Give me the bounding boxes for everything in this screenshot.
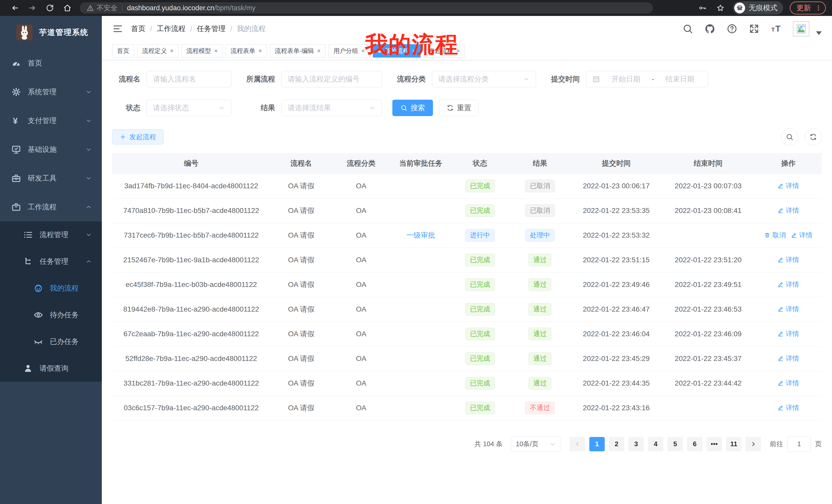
page-button-4[interactable]: 4 [648,437,663,451]
detail-link[interactable]: 详情 [778,379,799,388]
tab-首页[interactable]: 首页 [112,44,134,58]
sidebar-item-label: 流程管理 [40,230,69,240]
font-size-icon[interactable]: TT [771,23,782,34]
result-badge: 已取消 [525,179,555,192]
home-icon[interactable] [59,1,76,15]
refresh-table-button[interactable] [805,129,822,145]
cell-current-task [390,198,451,223]
update-button[interactable]: 更新 [790,2,826,15]
page-button-6[interactable]: 6 [687,437,702,451]
cancel-link[interactable]: 取消 [764,231,786,240]
search-icon[interactable] [682,23,693,34]
cell-result: 通过 [509,371,571,396]
table-row: 331bc281-7b9a-11ec-a290-acde48001122OA 请… [112,371,822,396]
current-task-link[interactable]: 一级审批 [407,231,435,239]
status-select[interactable]: 请选择状态 [147,100,231,116]
fullscreen-icon[interactable] [749,23,759,34]
kebab-menu-icon[interactable] [815,4,822,12]
github-icon[interactable] [704,23,715,34]
breadcrumb-item[interactable]: 首页 [131,24,146,34]
close-icon[interactable]: × [170,48,174,54]
close-icon[interactable]: × [258,48,262,54]
address-bar[interactable]: 不安全 dashboard.yudao.iocoder.cn/bpm/task/… [80,2,653,13]
browser-toolbar: 不安全 dashboard.yudao.iocoder.cn/bpm/task/… [0,0,832,16]
close-icon[interactable]: × [214,48,218,54]
create-process-button[interactable]: 发起流程 [112,130,163,144]
cell-end-time: 2022-01-22 23:44:42 [661,371,755,396]
breadcrumb-item[interactable]: 任务管理 [197,24,226,34]
tab-流程定义[interactable]: 流程定义× [137,44,178,58]
action-label: 详情 [786,354,799,363]
detail-link[interactable]: 详情 [778,305,799,314]
cell-submit-time: 2022-01-22 23:51:15 [571,248,661,272]
page-button-2[interactable]: 2 [609,437,624,451]
cell-status: 已完成 [451,396,509,420]
trash-icon [764,232,770,238]
page-button-3[interactable]: 3 [628,437,644,451]
sidebar-item-支付管理[interactable]: ¥支付管理 [0,106,102,135]
forward-icon[interactable] [24,1,41,15]
search-button[interactable]: 搜索 [392,100,433,116]
category-select[interactable]: 请选择流程分类 [432,71,536,87]
status-badge: 已完成 [465,352,495,365]
detail-link[interactable]: 详情 [778,403,799,412]
sidebar-item-待办任务[interactable]: 待办任务 [0,302,102,328]
reset-button[interactable]: 重置 [439,100,479,116]
page-button-5[interactable]: 5 [668,437,683,451]
pen-icon [778,380,784,386]
detail-link[interactable]: 详情 [778,255,799,264]
sidebar-toggle-icon[interactable] [112,23,123,34]
sidebar-item-基础设施[interactable]: 基础设施 [0,135,102,164]
sidebar-item-首页[interactable]: 首页 [0,49,102,78]
next-page-button[interactable] [746,437,761,451]
breadcrumb-item[interactable]: 工作流程 [157,24,186,34]
prev-page-button[interactable] [570,437,585,451]
tab-流程表单-编辑[interactable]: 流程表单-编辑× [270,44,326,58]
sidebar-item-研发工具[interactable]: 研发工具 [0,164,102,193]
pager-ellipsis[interactable]: ••• [706,437,722,451]
cell-status: 已完成 [451,371,509,396]
detail-link[interactable]: 详情 [791,231,812,240]
close-icon[interactable]: × [361,48,365,54]
sidebar-item-系统管理[interactable]: 系统管理 [0,78,102,106]
tab-label: 流程表单-编辑 [275,47,314,55]
cell-actions: 详情 [755,297,822,321]
avatar[interactable] [793,21,809,36]
reload-icon[interactable] [41,1,59,15]
sidebar-item-任务管理[interactable]: 任务管理 [0,248,102,275]
close-icon[interactable]: × [317,48,321,54]
page-button-1[interactable]: 1 [589,437,605,451]
cell-current-task [390,321,451,346]
key-icon[interactable] [697,2,708,13]
help-icon[interactable] [727,23,737,34]
star-icon[interactable] [715,2,726,13]
detail-link[interactable]: 详情 [778,329,799,338]
pager: 123456•••11 [570,437,761,451]
sidebar-item-流程管理[interactable]: 流程管理 [0,221,102,248]
sidebar-item-工作流程[interactable]: 工作流程 [0,193,102,221]
result-select[interactable]: 请选择流结果 [281,100,382,116]
logo[interactable]: 芋道管理系统 [0,16,102,49]
goto-page-suffix: 页 [815,440,822,449]
process-def-input[interactable] [281,71,382,87]
tab-流程模型[interactable]: 流程模型× [182,44,223,58]
goto-page-input[interactable] [787,437,811,452]
tab-用户分组[interactable]: 用户分组× [329,44,370,58]
submit-time-range-picker[interactable]: 开始日期 - 结束日期 [586,71,708,87]
page-size-select[interactable]: 10条/页 [511,437,561,452]
table-row: 67c2eaab-7b9a-11ec-a290-acde48001122OA 请… [112,321,822,346]
page-button-11[interactable]: 11 [726,437,742,451]
sidebar-item-请假查询[interactable]: 请假查询 [0,355,102,382]
show-search-button[interactable] [781,129,798,145]
detail-link[interactable]: 详情 [778,206,799,215]
tab-流程表单[interactable]: 流程表单× [226,44,267,58]
process-name-input[interactable] [147,71,231,87]
detail-link[interactable]: 详情 [778,354,799,363]
detail-link[interactable]: 详情 [778,181,799,190]
sidebar-item-已办任务[interactable]: 已办任务 [0,328,102,355]
back-icon[interactable] [6,1,24,15]
sidebar-item-我的流程[interactable]: 我的流程 [0,275,102,302]
pen-icon [778,355,784,361]
caret-down-icon[interactable] [816,31,822,35]
detail-link[interactable]: 详情 [778,280,799,289]
